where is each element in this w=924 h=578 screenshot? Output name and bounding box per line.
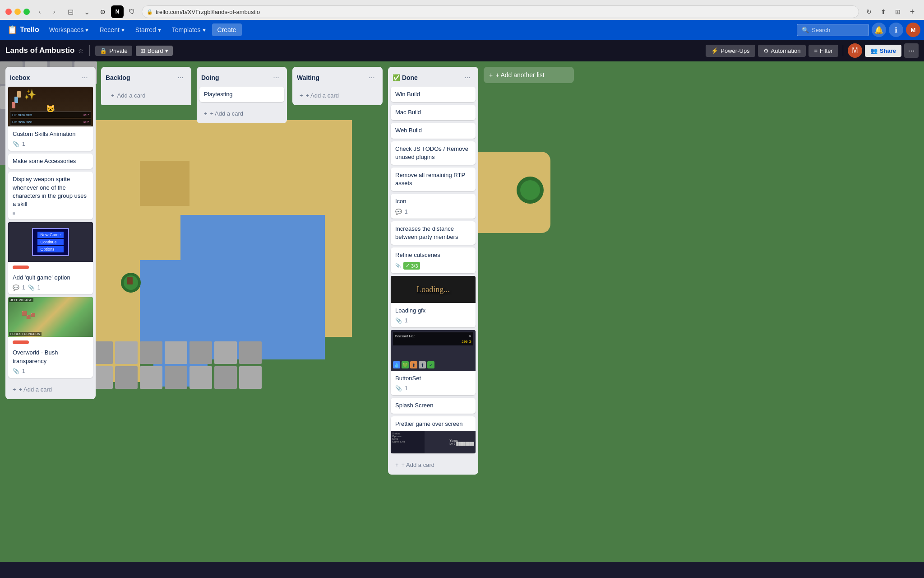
sidebar-toggle-button[interactable]: ⊟: [64, 5, 77, 18]
url-text: trello.com/b/XVFrzgbl/lands-of-ambustio: [156, 9, 260, 15]
list-waiting-menu-button[interactable]: ···: [365, 71, 378, 84]
card-weapon-sprite[interactable]: Display weapon sprite whenever one of th…: [8, 172, 93, 219]
list-backlog-menu-button[interactable]: ···: [174, 71, 187, 84]
add-card-label: + Add a card: [19, 386, 52, 393]
board-view-tag[interactable]: ⊞ Board ▾: [136, 46, 173, 56]
board-member-avatar[interactable]: M: [848, 43, 862, 58]
search-bar[interactable]: 🔍: [797, 24, 869, 36]
browser-top-bar: ‹ › ⊟ ⌄ ⊙ N 🛡 🔒 trello.com/b/XVFrzgbl/la…: [5, 4, 919, 20]
card-remove-rtp[interactable]: Remove all remaining RTP assets: [391, 168, 476, 191]
attachment-icon: 📎: [395, 317, 402, 324]
share-button[interactable]: 👥 Share: [865, 45, 901, 57]
board-title[interactable]: Lands of Ambustio: [5, 46, 74, 55]
card-win-build[interactable]: Win Build: [391, 87, 476, 102]
trello-app: 📋 Trello Workspaces ▾ Recent ▾ Starred ▾…: [0, 20, 924, 562]
list-waiting-title: Waiting: [297, 74, 319, 81]
recent-nav-item[interactable]: Recent ▾: [95, 23, 129, 36]
trello-logo[interactable]: 📋 Trello: [4, 25, 43, 35]
extension-icon-1[interactable]: ⊙: [97, 5, 109, 18]
templates-chevron-icon: ▾: [203, 26, 206, 33]
share-label: Share: [880, 47, 896, 54]
search-input[interactable]: [812, 27, 864, 33]
list-backlog: Backlog ··· + Add a card: [101, 67, 191, 105]
new-tab-button[interactable]: +: [906, 5, 919, 18]
list-icebox-menu-button[interactable]: ···: [79, 71, 91, 84]
list-icebox: Icebox ··· HP 585/ 585 MP: [5, 67, 96, 399]
user-avatar[interactable]: M: [906, 23, 920, 37]
minimize-window-button[interactable]: [14, 9, 21, 15]
card-custom-skills[interactable]: HP 585/ 585 MP HP 360/ 360 MP: [8, 87, 93, 151]
extension-icons: ⊙ N 🛡: [97, 5, 138, 18]
card-quit-game-text: Add 'quit game' option: [13, 274, 88, 282]
share-button[interactable]: ⬆: [877, 5, 890, 18]
notifications-button[interactable]: 🔔: [872, 23, 886, 37]
card-icon-footer: 💬 1: [395, 209, 471, 215]
power-ups-label: Power-Ups: [721, 47, 749, 54]
tabs-overview-button[interactable]: ⊞: [892, 5, 904, 18]
card-accessories-text: Make some Accessories: [13, 157, 88, 165]
add-card-label: + Add a card: [210, 110, 243, 117]
card-overworld-image: 🟫 🟫 🟫 JEFF VILLAGE FOREST DUNGEON: [8, 297, 93, 337]
card-distance[interactable]: Increases the distance between party mem…: [391, 221, 476, 245]
templates-nav-item[interactable]: Templates ▾: [167, 23, 210, 36]
red-label: [13, 340, 29, 344]
card-buttonset-footer: 📎 1: [395, 385, 471, 392]
close-window-button[interactable]: [5, 9, 12, 15]
recent-chevron-icon: ▾: [121, 26, 125, 33]
star-button[interactable]: ☆: [78, 47, 84, 54]
card-playtesting-text: Playtesting: [204, 90, 280, 98]
card-custom-skills-image: HP 585/ 585 MP HP 360/ 360 MP: [8, 87, 93, 126]
board-icon: ⊞: [140, 47, 145, 54]
sidebar-chevron-button[interactable]: ⌄: [80, 5, 93, 18]
board-visibility-tag[interactable]: 🔒 Private: [95, 46, 132, 56]
list-doing-menu-button[interactable]: ···: [270, 71, 282, 84]
more-options-button[interactable]: ···: [904, 43, 919, 58]
add-card-label: Add a card: [117, 92, 146, 99]
reload-button[interactable]: ↻: [863, 5, 875, 18]
done-add-card-button[interactable]: + + Add a card: [391, 458, 476, 472]
starred-nav-item[interactable]: Starred ▾: [131, 23, 166, 36]
icebox-add-card-button[interactable]: + + Add a card: [8, 382, 93, 396]
card-refine-cutscenes[interactable]: Refine cutscenes 📎 ✓ 3/3: [391, 247, 476, 273]
info-button[interactable]: ℹ: [889, 23, 903, 37]
doing-add-card-button[interactable]: + + Add a card: [199, 107, 284, 121]
automation-button[interactable]: ⚙ Automation: [758, 45, 806, 57]
card-check-js[interactable]: Check JS TODOs / Remove unused plugins: [391, 141, 476, 165]
extension-icon-notion[interactable]: N: [111, 5, 124, 18]
extension-icon-shield[interactable]: 🛡: [125, 5, 138, 18]
add-list-button[interactable]: + + Add another list: [484, 67, 574, 83]
forward-button[interactable]: ›: [48, 5, 60, 18]
lock-icon: 🔒: [147, 9, 153, 15]
card-splash-screen-text: Splash Screen: [395, 401, 471, 410]
backlog-add-card-button[interactable]: + Add a card: [106, 89, 186, 103]
list-icebox-header: Icebox ···: [5, 67, 96, 87]
card-splash-screen[interactable]: Splash Screen: [391, 398, 476, 413]
waiting-add-card-button[interactable]: + + Add a card: [295, 89, 380, 103]
filter-icon: ≡: [814, 47, 818, 54]
attachment-count: 1: [405, 317, 408, 324]
filter-button[interactable]: ≡ Filter: [808, 45, 838, 57]
search-icon: 🔍: [802, 27, 809, 33]
browser-chrome: ‹ › ⊟ ⌄ ⊙ N 🛡 🔒 trello.com/b/XVFrzgbl/la…: [0, 0, 924, 20]
power-ups-button[interactable]: ⚡ Power-Ups: [706, 45, 755, 57]
maximize-window-button[interactable]: [23, 9, 30, 15]
add-list-icon: +: [489, 71, 493, 79]
card-icon[interactable]: Icon 💬 1: [391, 194, 476, 218]
list-done-menu-button[interactable]: ···: [461, 71, 474, 84]
card-web-build[interactable]: Web Build: [391, 123, 476, 138]
card-playtesting[interactable]: Playtesting: [199, 87, 284, 102]
card-buttonset[interactable]: Peasant Hat ✕ 299 G 💧 💚 ⬆ ⬆: [391, 330, 476, 395]
add-icon: +: [204, 110, 208, 117]
checklist-badge: ✓ 3/3: [403, 262, 420, 270]
back-button[interactable]: ‹: [33, 5, 46, 18]
create-button[interactable]: Create: [212, 23, 242, 36]
card-mac-build[interactable]: Mac Build: [391, 105, 476, 120]
card-game-over[interactable]: Prettier game over screen Status Options…: [391, 416, 476, 453]
card-overworld[interactable]: 🟫 🟫 🟫 JEFF VILLAGE FOREST DUNGEON O: [8, 297, 93, 378]
card-quit-game[interactable]: New Game Continue Options Add 'quit game…: [8, 222, 93, 294]
card-accessories[interactable]: Make some Accessories: [8, 154, 93, 169]
address-bar[interactable]: 🔒 trello.com/b/XVFrzgbl/lands-of-ambusti…: [142, 5, 859, 18]
workspaces-nav-item[interactable]: Workspaces ▾: [45, 23, 93, 36]
list-doing-header: Doing ···: [197, 67, 287, 87]
card-loading-gfx[interactable]: Loading... Loading gfx 📎 1: [391, 276, 476, 327]
